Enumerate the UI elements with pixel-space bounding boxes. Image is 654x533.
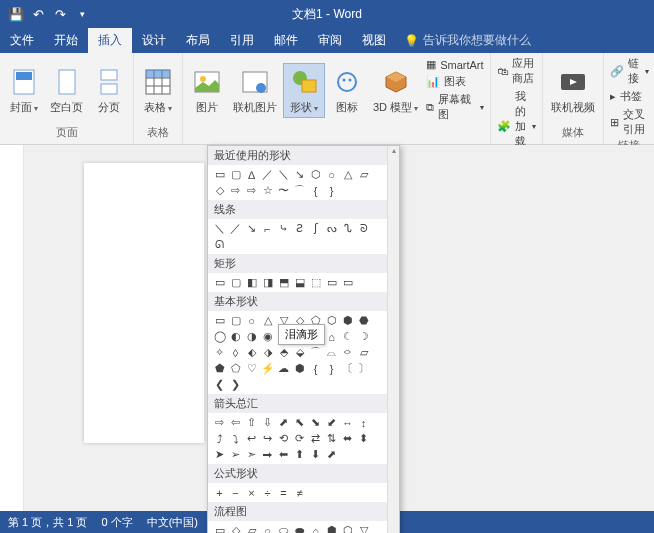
- shape-item[interactable]: ⬅: [276, 447, 291, 462]
- scroll-up-icon[interactable]: ▴: [388, 146, 399, 155]
- shape-item[interactable]: +: [212, 485, 227, 500]
- shape-item[interactable]: ⌒: [308, 345, 323, 360]
- 3d-models-button[interactable]: 3D 模型: [369, 64, 422, 117]
- shape-item[interactable]: ▢: [228, 275, 243, 290]
- tab-file[interactable]: 文件: [0, 28, 44, 53]
- shape-item[interactable]: ＼: [212, 221, 227, 236]
- tab-review[interactable]: 审阅: [308, 28, 352, 53]
- shape-item[interactable]: ᘏ: [212, 237, 227, 252]
- shape-item[interactable]: ／: [260, 167, 275, 182]
- shape-item[interactable]: {: [308, 183, 323, 198]
- shape-item[interactable]: ⇄: [308, 431, 323, 446]
- shape-item[interactable]: ⬈: [276, 415, 291, 430]
- shapes-scrollbar[interactable]: ▴ ▾: [387, 146, 399, 533]
- shape-item[interactable]: ⬢: [324, 523, 339, 533]
- shape-item[interactable]: ♡: [244, 361, 259, 376]
- shape-item[interactable]: Ƨ: [292, 221, 307, 236]
- shape-item[interactable]: ⤴: [212, 431, 227, 446]
- shape-item[interactable]: ▢: [228, 167, 243, 182]
- shape-item[interactable]: ▱: [356, 167, 371, 182]
- tab-insert[interactable]: 插入: [88, 28, 132, 53]
- shape-item[interactable]: ▭: [212, 275, 227, 290]
- shape-item[interactable]: ▽: [356, 523, 371, 533]
- shape-item[interactable]: ☽: [356, 329, 371, 344]
- shape-item[interactable]: △: [340, 167, 355, 182]
- shape-item[interactable]: ⤷: [276, 221, 291, 236]
- shape-item[interactable]: }: [324, 361, 339, 376]
- shape-item[interactable]: ◇: [212, 183, 227, 198]
- shape-item[interactable]: ⬉: [292, 415, 307, 430]
- shape-item[interactable]: ⬖: [244, 345, 259, 360]
- shape-item[interactable]: ⤵: [228, 431, 243, 446]
- shape-item[interactable]: ⬢: [340, 313, 355, 328]
- shapes-button[interactable]: 形状: [283, 63, 325, 118]
- shape-item[interactable]: −: [228, 485, 243, 500]
- shape-item[interactable]: }: [324, 183, 339, 198]
- shape-item[interactable]: ⬟: [212, 361, 227, 376]
- shape-item[interactable]: ▱: [356, 345, 371, 360]
- shape-item[interactable]: ⬭: [276, 523, 291, 533]
- table-button[interactable]: 表格: [138, 64, 178, 117]
- shape-item[interactable]: ▭: [324, 275, 339, 290]
- qat-dropdown-icon[interactable]: ▾: [74, 6, 90, 22]
- shape-item[interactable]: ⬋: [324, 415, 339, 430]
- shape-item[interactable]: ↔: [340, 415, 355, 430]
- shape-item[interactable]: ⬓: [292, 275, 307, 290]
- cover-page-button[interactable]: 封面: [4, 64, 44, 117]
- shape-item[interactable]: ◊: [228, 345, 243, 360]
- shape-item[interactable]: ⬇: [308, 447, 323, 462]
- shape-item[interactable]: ⟲: [276, 431, 291, 446]
- screenshot-button[interactable]: ⧉屏幕截图▾: [424, 91, 485, 123]
- shape-item[interactable]: 〔: [340, 361, 355, 376]
- shape-item[interactable]: ⬆: [292, 447, 307, 462]
- shape-item[interactable]: ÷: [260, 485, 275, 500]
- page[interactable]: [84, 163, 204, 443]
- shape-item[interactable]: ⇨: [244, 183, 259, 198]
- shape-item[interactable]: 〜: [276, 183, 291, 198]
- shape-item[interactable]: ／: [228, 221, 243, 236]
- shape-item[interactable]: ⬬: [292, 523, 307, 533]
- shape-item[interactable]: ⬍: [356, 431, 371, 446]
- shape-item[interactable]: ◧: [244, 275, 259, 290]
- smartart-button[interactable]: ▦SmartArt: [424, 57, 485, 72]
- online-video-button[interactable]: 联机视频: [547, 64, 599, 117]
- shape-item[interactable]: ✧: [212, 345, 227, 360]
- shape-item[interactable]: ▭: [340, 275, 355, 290]
- shape-item[interactable]: ❯: [228, 377, 243, 392]
- shape-item[interactable]: ᔐ: [340, 221, 355, 236]
- shape-item[interactable]: ○: [324, 167, 339, 182]
- shape-item[interactable]: ◐: [228, 329, 243, 344]
- shape-item[interactable]: ≠: [292, 485, 307, 500]
- online-pictures-button[interactable]: 联机图片: [229, 64, 281, 117]
- shape-item[interactable]: ×: [244, 485, 259, 500]
- shape-item[interactable]: ⬊: [308, 415, 323, 430]
- shape-item[interactable]: ➤: [212, 447, 227, 462]
- shape-item[interactable]: ↕: [356, 415, 371, 430]
- tell-me-search[interactable]: 💡 告诉我你想要做什么: [404, 32, 531, 49]
- shape-item[interactable]: ⬡: [340, 523, 355, 533]
- shape-item[interactable]: ❮: [212, 377, 227, 392]
- shape-item[interactable]: ○: [244, 313, 259, 328]
- shape-item[interactable]: △: [260, 313, 275, 328]
- shape-item[interactable]: ▭: [212, 313, 227, 328]
- shape-item[interactable]: {: [308, 361, 323, 376]
- chart-button[interactable]: 📊图表: [424, 73, 485, 90]
- shape-item[interactable]: ▢: [228, 313, 243, 328]
- shape-item[interactable]: ↘: [244, 221, 259, 236]
- shape-item[interactable]: ⬙: [292, 345, 307, 360]
- tab-references[interactable]: 引用: [220, 28, 264, 53]
- undo-icon[interactable]: ↶: [30, 6, 46, 22]
- shape-item[interactable]: ⬈: [324, 447, 339, 462]
- shape-item[interactable]: ➣: [244, 447, 259, 462]
- shape-item[interactable]: ⬒: [276, 275, 291, 290]
- shape-item[interactable]: ◨: [260, 275, 275, 290]
- tab-design[interactable]: 设计: [132, 28, 176, 53]
- shape-item[interactable]: ◯: [212, 329, 227, 344]
- redo-icon[interactable]: ↷: [52, 6, 68, 22]
- icons-button[interactable]: 图标: [327, 64, 367, 117]
- shape-item[interactable]: =: [276, 485, 291, 500]
- shape-item[interactable]: ☆: [260, 183, 275, 198]
- shape-item[interactable]: ⬢: [292, 361, 307, 376]
- shape-item[interactable]: ⬌: [340, 431, 355, 446]
- link-button[interactable]: 🔗链接▾: [608, 55, 651, 87]
